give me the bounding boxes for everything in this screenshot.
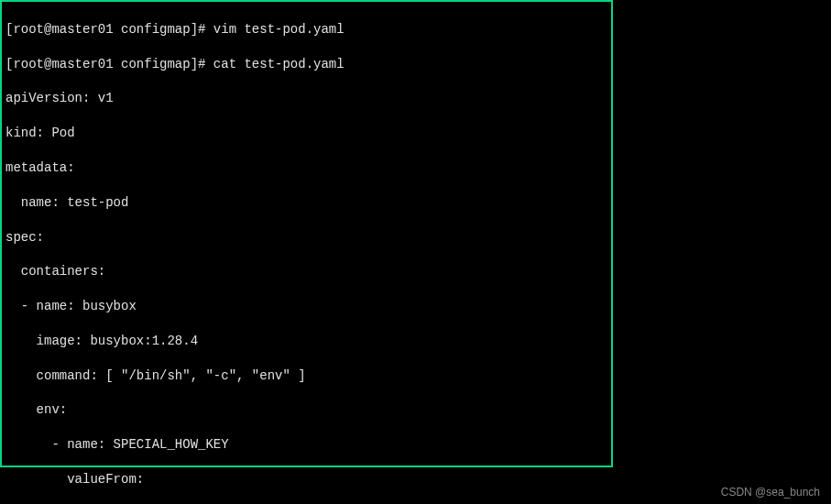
- yaml-line: command: [ "/bin/sh", "-c", "env" ]: [5, 367, 607, 385]
- terminal-window: [root@master01 configmap]# vim test-pod.…: [0, 0, 613, 467]
- yaml-line: - name: busybox: [5, 298, 607, 315]
- shell-prompt: [root@master01 configmap]#: [5, 22, 213, 37]
- watermark-text: CSDN @sea_bunch: [721, 486, 820, 499]
- command-line: [root@master01 configmap]# cat test-pod.…: [5, 56, 607, 73]
- command-text: cat test-pod.yaml: [213, 57, 344, 71]
- yaml-line: - name: SPECIAL_HOW_KEY: [5, 436, 607, 454]
- yaml-line: image: busybox:1.28.4: [5, 333, 607, 350]
- yaml-line: env:: [5, 401, 607, 419]
- yaml-line: kind: Pod: [5, 125, 607, 142]
- yaml-line: containers:: [5, 263, 607, 280]
- command-line: [root@master01 configmap]# vim test-pod.…: [5, 21, 607, 38]
- yaml-line: valueFrom:: [5, 471, 607, 488]
- yaml-line: spec:: [5, 229, 607, 247]
- shell-prompt: [root@master01 configmap]#: [5, 57, 213, 71]
- yaml-line: metadata:: [5, 159, 607, 177]
- terminal-content[interactable]: [root@master01 configmap]# vim test-pod.…: [2, 2, 611, 504]
- yaml-line: name: test-pod: [5, 194, 607, 212]
- command-text: vim test-pod.yaml: [213, 22, 344, 37]
- yaml-line: apiVersion: v1: [5, 90, 607, 107]
